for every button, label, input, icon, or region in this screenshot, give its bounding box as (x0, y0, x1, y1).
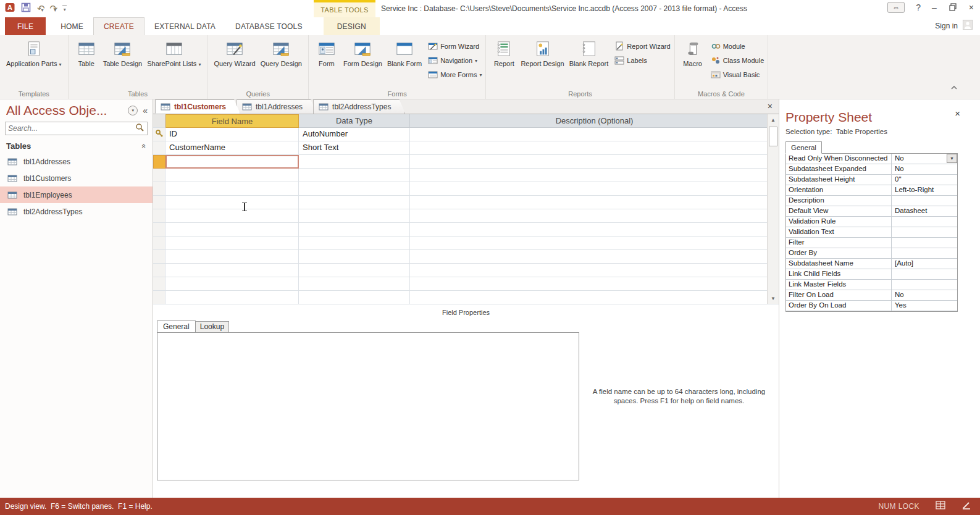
field-name-cell[interactable]: CustomerName (165, 141, 299, 155)
form-wizard-button[interactable]: Form Wizard (428, 41, 482, 51)
ribbon-tab-design[interactable]: DESIGN (324, 17, 380, 35)
scroll-up-button[interactable]: ▲ (768, 114, 779, 125)
nav-item-tbl2addresstypes[interactable]: tbl2AddressTypes (0, 203, 153, 220)
form-design-button[interactable]: Form Design (341, 38, 385, 69)
data-type-cell[interactable] (299, 182, 410, 196)
field-properties-panel[interactable] (157, 332, 579, 480)
module-button[interactable]: Module (711, 41, 764, 51)
document-tab-tbl1addresses[interactable]: tbl1Addresses (237, 99, 317, 114)
search-input[interactable] (8, 124, 135, 133)
row-selector[interactable] (153, 169, 165, 182)
description-cell[interactable] (410, 250, 779, 264)
field-name-cell[interactable] (165, 291, 299, 304)
nav-group-header-tables[interactable]: Tables « (0, 138, 153, 153)
field-name-cell[interactable] (165, 209, 299, 223)
undo-dropdown-icon[interactable]: ▾ (41, 7, 44, 13)
row-selector[interactable] (153, 277, 165, 291)
property-value[interactable]: No (892, 164, 957, 175)
table-design-button[interactable]: Table Design (101, 38, 145, 69)
row-selector[interactable] (153, 209, 165, 223)
ribbon-display-options-button[interactable]: ⇔ (887, 2, 905, 13)
restore-button[interactable] (948, 2, 958, 13)
ribbon-tab-create[interactable]: CREATE (93, 17, 144, 35)
grid-row[interactable] (153, 237, 779, 250)
row-selector[interactable] (153, 155, 165, 169)
field-properties-tab-lookup[interactable]: Lookup (195, 321, 229, 333)
field-name-cell[interactable]: ID (165, 128, 299, 141)
data-type-cell[interactable] (299, 277, 410, 291)
field-name-cell[interactable] (165, 155, 299, 169)
field-name-cell[interactable] (165, 264, 299, 277)
row-selector-header[interactable] (153, 114, 165, 128)
data-type-cell[interactable] (299, 291, 410, 304)
field-properties-tab-general[interactable]: General (157, 320, 196, 333)
grid-row[interactable] (153, 182, 779, 196)
undo-button[interactable]: ↶▾ (37, 3, 44, 14)
property-dropdown-button[interactable]: ▼ (947, 154, 957, 163)
grid-row[interactable]: CustomerNameShort Text (153, 141, 779, 155)
field-name-cell[interactable] (165, 169, 299, 182)
data-type-cell[interactable] (299, 209, 410, 223)
save-button[interactable] (21, 2, 31, 15)
ribbon-tab-file[interactable]: FILE (5, 17, 46, 35)
field-name-cell[interactable] (165, 196, 299, 209)
data-type-cell[interactable] (299, 237, 410, 250)
nav-item-tbl1customers[interactable]: tbl1Customers (0, 170, 153, 186)
visual-basic-button[interactable]: Visual Basic (711, 70, 764, 80)
description-cell[interactable] (410, 237, 779, 250)
column-header-field-name[interactable]: Field Name (165, 114, 299, 128)
scrollbar-thumb[interactable] (769, 127, 777, 146)
redo-dropdown-icon[interactable]: ▾ (54, 7, 56, 13)
description-cell[interactable] (410, 264, 779, 277)
data-type-cell[interactable] (299, 196, 410, 209)
document-tab-tbl2addresstypes[interactable]: tbl2AddressTypes (313, 99, 405, 114)
sign-in[interactable]: Sign in (935, 20, 973, 31)
description-cell[interactable] (410, 169, 779, 182)
property-value[interactable]: Datasheet (892, 206, 957, 217)
document-tab-tbl1customers[interactable]: tbl1Customers (155, 99, 240, 114)
nav-item-tbl1employees[interactable]: tbl1Employees (0, 186, 153, 203)
class-module-button[interactable]: Class Module (711, 56, 764, 65)
property-value[interactable]: No▼ (892, 154, 957, 164)
property-value[interactable] (892, 248, 957, 259)
row-selector[interactable] (153, 223, 165, 237)
description-cell[interactable] (410, 196, 779, 209)
grid-row[interactable] (153, 264, 779, 277)
ribbon-tab-database-tools[interactable]: DATABASE TOOLS (225, 17, 312, 35)
report-button[interactable]: Report (490, 38, 518, 69)
sharepoint-lists-button[interactable]: SharePoint Lists ▾ (144, 38, 203, 70)
help-button[interactable]: ? (916, 3, 921, 12)
collapse-group-icon[interactable]: « (140, 144, 149, 148)
query-wizard-button[interactable]: Query Wizard (211, 38, 258, 69)
table-button[interactable]: Table (72, 38, 101, 69)
blank-form-button[interactable]: Blank Form (385, 38, 424, 69)
form-button[interactable]: Form (312, 38, 341, 69)
property-value[interactable]: Yes (892, 301, 957, 311)
property-value[interactable] (892, 217, 957, 227)
property-value[interactable] (892, 227, 957, 238)
grid-row[interactable] (153, 277, 779, 291)
more-forms-button[interactable]: More Forms▾ (428, 70, 482, 80)
labels-button[interactable]: Labels (614, 56, 670, 65)
description-cell[interactable] (410, 209, 779, 223)
property-value[interactable] (892, 269, 957, 280)
grid-row[interactable] (153, 223, 779, 237)
field-name-cell[interactable] (165, 237, 299, 250)
blank-report-button[interactable]: Blank Report (567, 38, 611, 69)
row-selector[interactable] (153, 291, 165, 304)
macro-button[interactable]: Macro (679, 38, 707, 69)
data-type-cell[interactable] (299, 250, 410, 264)
field-name-cell[interactable] (165, 223, 299, 237)
description-cell[interactable] (410, 223, 779, 237)
row-selector[interactable] (153, 196, 165, 209)
shutter-bar-close-button[interactable]: « (143, 106, 148, 115)
data-type-cell[interactable] (299, 264, 410, 277)
row-selector[interactable] (153, 250, 165, 264)
grid-row[interactable] (153, 250, 779, 264)
description-cell[interactable] (410, 155, 779, 169)
redo-button[interactable]: ↷▾ (50, 3, 57, 14)
description-cell[interactable] (410, 291, 779, 304)
report-design-button[interactable]: Report Design (518, 38, 566, 69)
customize-qat-button[interactable]: ▾ (62, 6, 67, 12)
data-type-cell[interactable] (299, 155, 410, 169)
